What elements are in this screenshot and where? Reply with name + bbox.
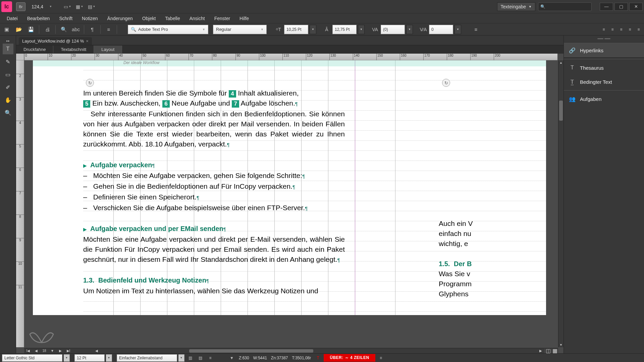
align-justify-all[interactable]: ≡: [635, 25, 643, 34]
status-columns-icon[interactable]: ▥: [186, 354, 195, 362]
menu-tabelle[interactable]: Tabelle: [160, 14, 184, 22]
status-align-icon[interactable]: ▤: [196, 354, 205, 362]
zoom-level-select[interactable]: 124,4▼: [29, 3, 55, 11]
split-view-toggle[interactable]: ◫: [545, 349, 551, 353]
page[interactable]: Der ideale Workflow ↻ ↻ Im unteren Berei…: [83, 60, 546, 315]
titlebar: Ic Br 124,4▼ ▭▼ ▦▼ ▤▼ Texteingabe▼ 🔍 — ▢…: [0, 0, 644, 13]
prev-page-button[interactable]: ◀: [32, 348, 40, 354]
view-tab-layout[interactable]: Layout: [94, 46, 122, 53]
document-tab[interactable]: Layout_Workflow.indd @ 124 %×: [19, 37, 92, 45]
menu-schrift[interactable]: Schrift: [54, 14, 77, 22]
open-button[interactable]: 📂: [13, 25, 24, 34]
page-dropdown[interactable]: ▼: [48, 348, 56, 354]
story-in-icon[interactable]: ↻: [86, 79, 94, 87]
split-view-toggle-2[interactable]: ▦: [551, 349, 558, 353]
overset-warning[interactable]: ÜBER: ～ 4 ZEILEN: [324, 354, 375, 362]
spellcheck-button[interactable]: abc: [70, 25, 81, 34]
horizontal-scroll-thumb[interactable]: [189, 349, 313, 353]
leading-input[interactable]: 12,75 Pt: [332, 25, 357, 34]
close-tab-icon[interactable]: ×: [86, 39, 89, 44]
menu-toggle[interactable]: ≡: [103, 25, 114, 34]
maximize-button[interactable]: ▢: [614, 3, 628, 11]
menu-bearbeiten[interactable]: Bearbeiten: [22, 14, 55, 22]
view-tab-druckfahne[interactable]: Druckfahne: [16, 46, 53, 53]
minimize-button[interactable]: —: [600, 3, 613, 11]
story-in-icon-2[interactable]: ↻: [442, 79, 450, 87]
canvas[interactable]: 0 10 20 30 40 50 60 70 80 90 100 110 120…: [16, 54, 564, 353]
save-button[interactable]: 💾: [25, 25, 36, 34]
next-page-button[interactable]: ▶: [56, 348, 64, 354]
menu-ansicht[interactable]: Ansicht: [185, 14, 210, 22]
scroll-right-button[interactable]: ▶: [537, 348, 545, 354]
status-font-dd[interactable]: ▼: [64, 354, 70, 362]
menu-hilfe[interactable]: Hilfe: [235, 14, 254, 22]
hand-tool[interactable]: ✋: [3, 95, 13, 105]
text-tool[interactable]: T: [3, 44, 13, 54]
leading-dropdown[interactable]: ▼: [358, 25, 365, 34]
screen-mode-button[interactable]: ▭▼: [63, 3, 72, 11]
align-right[interactable]: ≡: [617, 25, 625, 34]
font-size-dropdown[interactable]: ▼: [310, 25, 316, 34]
position-tool[interactable]: ▭: [3, 69, 13, 80]
tools-collapse[interactable]: ▸▸: [6, 39, 10, 42]
right-text-column[interactable]: Auch ein V einfach nu wichtig, e 1.5. De…: [439, 219, 546, 299]
panel-bedingter-text[interactable]: T̲Bedingter Text: [564, 75, 644, 89]
align-left[interactable]: ≡: [600, 25, 608, 34]
status-leading-dd[interactable]: ▼: [178, 354, 184, 362]
tracking-input[interactable]: (0): [381, 25, 405, 34]
close-button[interactable]: ✕: [629, 3, 643, 11]
panel-hyperlinks[interactable]: 🔗Hyperlinks: [564, 43, 644, 58]
font-style-select[interactable]: Regular▼: [213, 25, 267, 34]
status-size-dd[interactable]: ▼: [106, 354, 112, 362]
status-end-menu[interactable]: ≡: [377, 354, 385, 362]
first-page-button[interactable]: I◀: [24, 348, 32, 354]
control-menu[interactable]: ≡: [471, 25, 481, 34]
main-area: ▸▸ T ✎ ▭ ✐ ✋ 🔍 Layout_Workflow.indd @ 12…: [0, 36, 644, 353]
view-options-button[interactable]: ▤▼: [87, 3, 96, 11]
note-tool[interactable]: ✎: [3, 56, 13, 67]
panel-aufgaben[interactable]: 👥Aufgaben: [564, 92, 644, 106]
status-size-select[interactable]: 12 Pt: [74, 354, 105, 362]
status-info-toggle[interactable]: ▼: [227, 354, 236, 362]
workspace-selector[interactable]: Texteingabe▼: [497, 2, 535, 11]
status-font-select[interactable]: Letter Gothic Std: [2, 354, 62, 362]
horizontal-scrollbar[interactable]: [102, 349, 535, 353]
tracking-dropdown[interactable]: ▼: [406, 25, 413, 34]
last-page-button[interactable]: ▶I: [64, 348, 72, 354]
main-text-column[interactable]: Im unteren Bereich finden Sie die Symbol…: [83, 88, 345, 296]
eyedropper-tool[interactable]: ✐: [3, 82, 13, 93]
align-center[interactable]: ≡: [608, 25, 616, 34]
panel-grip[interactable]: [564, 38, 644, 41]
vertical-ruler[interactable]: 2 3 4 5 6 7 8 9 10 11: [16, 60, 24, 347]
font-size-input[interactable]: 10,25 Pt: [284, 25, 308, 34]
kerning-input[interactable]: 0: [429, 25, 453, 34]
print-button[interactable]: 🖨: [42, 25, 53, 34]
menu-fenster[interactable]: Fenster: [210, 14, 235, 22]
status-overset-icon[interactable]: T: [314, 354, 322, 362]
menu-datei[interactable]: Datei: [2, 14, 22, 22]
align-justify[interactable]: ≡: [626, 25, 634, 34]
panel-thesaurus[interactable]: TThesaurus: [564, 61, 644, 75]
arrange-documents-button[interactable]: ▦▼: [75, 3, 84, 11]
zoom-tool[interactable]: 🔍: [3, 107, 13, 118]
bridge-button[interactable]: Br: [16, 2, 25, 11]
ruler-origin[interactable]: [16, 54, 24, 60]
page-number-field[interactable]: 18: [40, 348, 48, 354]
horizontal-ruler[interactable]: 0 10 20 30 40 50 60 70 80 90 100 110 120…: [24, 54, 557, 60]
vertical-scroll-thumb[interactable]: [559, 101, 563, 121]
scroll-left-button[interactable]: ◀: [93, 348, 101, 354]
status-leading-select[interactable]: Einfacher Zeilenabstand: [117, 354, 177, 362]
find-button[interactable]: 🔍: [58, 25, 69, 34]
search-input[interactable]: 🔍: [538, 2, 592, 11]
status-menu-icon[interactable]: ≡: [206, 354, 215, 362]
menu-notizen[interactable]: Notizen: [77, 14, 102, 22]
view-mode-tabs: Druckfahne Textabschnitt Layout: [16, 45, 564, 54]
new-button[interactable]: ▣: [1, 25, 12, 34]
menu-objekt[interactable]: Objekt: [138, 14, 160, 22]
pilcrow-button[interactable]: ¶: [87, 25, 98, 34]
vertical-scrollbar[interactable]: ▲▼: [558, 60, 564, 347]
font-family-select[interactable]: 🔍Adobe Text Pro▼: [128, 25, 208, 34]
kerning-dropdown[interactable]: ▼: [454, 25, 461, 34]
view-tab-textabschnitt[interactable]: Textabschnitt: [53, 46, 94, 53]
menu-aenderungen[interactable]: Änderungen: [103, 14, 138, 22]
